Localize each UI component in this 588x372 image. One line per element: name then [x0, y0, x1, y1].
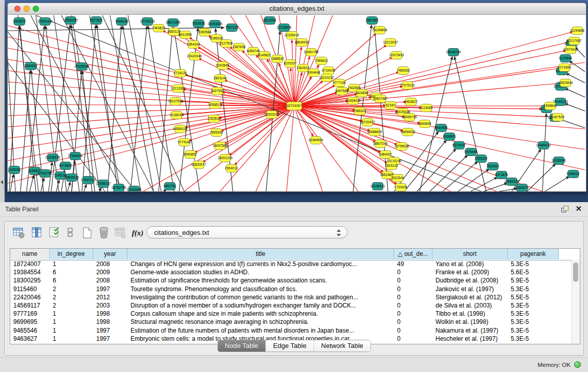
network-node[interactable]: 11325419	[285, 32, 299, 39]
network-node[interactable]: 2803144	[213, 75, 227, 82]
network-node[interactable]: 8990852	[184, 151, 197, 159]
network-node[interactable]: 19384554	[309, 137, 323, 144]
network-node[interactable]: 1252634	[207, 115, 221, 123]
network-node[interactable]: 9699695	[418, 120, 431, 128]
network-node[interactable]: 16097568	[213, 142, 228, 150]
column-header-in_degree[interactable]: in_degree	[50, 249, 93, 259]
network-node[interactable]: 9058517	[208, 101, 222, 109]
network-node[interactable]: 19654923	[401, 128, 416, 136]
network-node[interactable]: 19756928	[395, 143, 409, 150]
network-node[interactable]: 9264573	[515, 184, 529, 192]
network-node[interactable]: 2405572	[13, 18, 26, 26]
delete-table-button[interactable]	[113, 226, 127, 240]
network-node[interactable]: 14136141	[371, 183, 385, 190]
network-node[interactable]: 22420046	[187, 53, 202, 60]
column-header-name[interactable]: name	[10, 249, 50, 259]
network-node[interactable]: 18640910	[295, 39, 310, 47]
network-node[interactable]: 11154808	[570, 27, 584, 35]
network-node[interactable]: 16648784	[446, 49, 461, 56]
network-window-titlebar[interactable]: citations_edges.txt	[8, 3, 586, 15]
network-node[interactable]: 13505115	[64, 174, 79, 182]
network-node[interactable]: 7632621	[486, 163, 499, 170]
column-header-pagerank[interactable]: pagerank	[508, 249, 559, 259]
network-node[interactable]: 27691406	[38, 18, 53, 26]
network-node[interactable]: 1588520	[271, 55, 284, 63]
network-node[interactable]: 2935114	[475, 155, 488, 163]
network-view[interactable]: 2405572276914061055325715276029466160107…	[8, 15, 585, 191]
network-node[interactable]: 9474444	[464, 148, 477, 156]
network-node[interactable]: 17957223	[81, 177, 96, 184]
tab-network-table[interactable]: Network Table	[314, 340, 371, 352]
network-node[interactable]: 7463822	[152, 25, 165, 32]
network-node[interactable]: 10973433	[563, 46, 578, 54]
table-row[interactable]: 2242004622012Investigating the contribut…	[10, 293, 580, 301]
table-row[interactable]: 1456911722003Disruption of a novel membe…	[10, 301, 580, 310]
network-node[interactable]: 9115460	[420, 104, 433, 112]
row-height-button[interactable]	[63, 226, 77, 240]
network-node[interactable]: 12218506	[277, 24, 292, 32]
network-node[interactable]: 6497568	[335, 87, 349, 95]
table-settings-button[interactable]	[12, 226, 26, 240]
network-node[interactable]: 14569117	[173, 125, 188, 133]
network-node[interactable]: 9245012	[567, 170, 580, 178]
network-node[interactable]: 10973493	[389, 52, 404, 59]
network-node[interactable]: 10688609	[367, 128, 382, 136]
network-node[interactable]: 18495796	[402, 114, 417, 121]
network-hub-node[interactable]: 18724007	[286, 102, 302, 110]
network-node[interactable]: 9242845	[216, 62, 229, 70]
function-builder-button[interactable]: f(x)	[130, 226, 145, 240]
memory-indicator[interactable]	[574, 361, 581, 368]
network-node[interactable]: 8471876	[495, 171, 508, 179]
network-node[interactable]: 2687682	[365, 17, 379, 25]
network-node[interactable]: 8813054	[263, 17, 276, 25]
new-table-button[interactable]	[80, 226, 95, 240]
network-node[interactable]: 16154808	[373, 27, 387, 34]
network-node[interactable]: 10958167	[96, 180, 111, 188]
network-node[interactable]: 18300295	[265, 111, 279, 119]
network-node[interactable]: 9904448	[307, 69, 320, 77]
network-node[interactable]: 20364436	[346, 97, 361, 105]
table-row[interactable]: 1872400712008Changes of HCN gene express…	[10, 260, 580, 268]
network-node[interactable]: 2522541	[391, 174, 404, 182]
table-row[interactable]: 969969511998Structural magnetic resonanc…	[10, 318, 580, 326]
network-node[interactable]: 12213383	[171, 85, 186, 93]
network-node[interactable]: 10465412	[536, 142, 551, 149]
network-node[interactable]: 20206576	[46, 154, 60, 162]
table-row[interactable]: 946554611997Estimation of the future num…	[10, 326, 580, 335]
delete-column-button[interactable]	[97, 226, 111, 240]
network-node[interactable]: 8427552	[211, 87, 224, 95]
network-node[interactable]: 6734028	[322, 67, 335, 75]
network-node[interactable]: 18807249	[373, 140, 388, 148]
network-node[interactable]: 9127508	[220, 40, 233, 48]
network-node[interactable]: 10807487	[373, 95, 388, 103]
network-node[interactable]: 7955812	[315, 57, 328, 65]
network-node[interactable]: 18301295	[218, 155, 233, 162]
network-node[interactable]: 6379197	[452, 142, 466, 149]
network-node[interactable]: 15210232	[319, 74, 334, 82]
tab-node-table[interactable]: Node Table	[217, 340, 266, 352]
network-node[interactable]: 5912954	[179, 31, 192, 39]
network-node[interactable]: 16782759	[112, 184, 126, 192]
network-node[interactable]: 7654013	[225, 165, 238, 172]
network-node[interactable]: 1733426	[394, 184, 407, 191]
network-node[interactable]: 11026540	[552, 157, 567, 165]
table-row[interactable]: 1830029562008Estimation of significance …	[10, 276, 580, 285]
network-node[interactable]: 9457791	[163, 183, 177, 190]
network-node[interactable]: 1435081	[8, 166, 21, 174]
network-node[interactable]: 1067529	[551, 114, 564, 121]
network-node[interactable]: 12217987	[567, 37, 582, 45]
network-node[interactable]: 16820577	[191, 161, 206, 169]
network-node[interactable]: 7485063	[397, 67, 410, 75]
network-node[interactable]: 7986322	[353, 107, 366, 115]
network-node[interactable]: 12213937	[383, 39, 398, 47]
network-node[interactable]: 9975887	[59, 162, 72, 170]
network-node[interactable]: 62160	[385, 102, 396, 110]
network-node[interactable]: 2367608	[232, 43, 246, 51]
vertical-scrollbar[interactable]	[572, 260, 580, 344]
network-node[interactable]: 10719133	[140, 18, 155, 26]
network-node[interactable]: 3824554	[355, 90, 368, 97]
collapse-arrow-icon[interactable]	[1, 180, 3, 184]
table-row[interactable]: 911546021997Tourette syndrome. Phenomeno…	[10, 285, 580, 293]
network-node[interactable]: 16671355	[166, 19, 181, 27]
table-row[interactable]: 977716911998Corpus callosum shape and si…	[10, 310, 580, 318]
